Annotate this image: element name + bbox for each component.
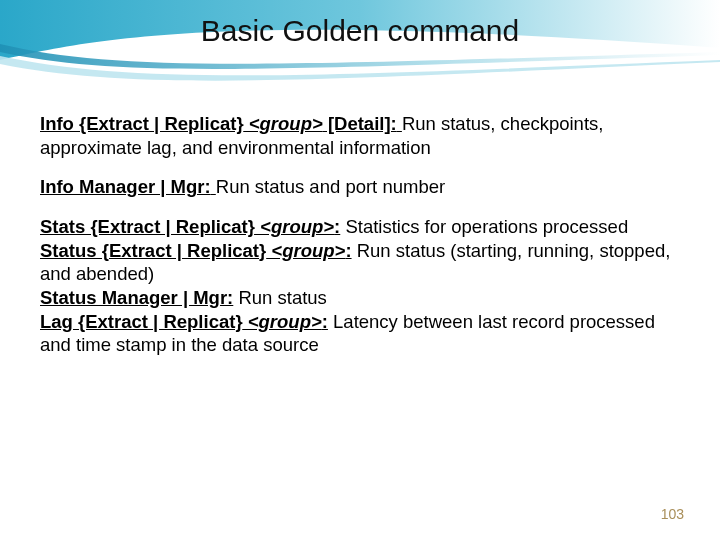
- cmd-name: Lag {Extract | Replicat}: [40, 311, 243, 332]
- cmd-group: <group>: [266, 240, 345, 261]
- command-line: Lag {Extract | Replicat} <group>: Latenc…: [40, 310, 680, 357]
- cmd-group: <group>: [244, 113, 323, 134]
- cmd-desc: Run status and port number: [216, 176, 445, 197]
- command-block: Info Manager | Mgr: Run status and port …: [40, 175, 680, 199]
- command-block: Info {Extract | Replicat} <group> [Detai…: [40, 112, 680, 159]
- command-line: Status Manager | Mgr: Run status: [40, 286, 680, 310]
- cmd-group: <group>: [243, 311, 322, 332]
- cmd-name: Stats {Extract | Replicat}: [40, 216, 255, 237]
- cmd-group: <group>: [255, 216, 334, 237]
- cmd-name: Status {Extract | Replicat}: [40, 240, 266, 261]
- command-line: Stats {Extract | Replicat} <group>: Stat…: [40, 215, 680, 239]
- slide-body: Info {Extract | Replicat} <group> [Detai…: [40, 112, 680, 373]
- cmd-post: [Detail]:: [323, 113, 397, 134]
- cmd-desc: Statistics for operations processed: [340, 216, 628, 237]
- command-block: Stats {Extract | Replicat} <group>: Stat…: [40, 215, 680, 357]
- cmd-name: Info Manager | Mgr:: [40, 176, 211, 197]
- command-line: Status {Extract | Replicat} <group>: Run…: [40, 239, 680, 286]
- slide-title: Basic Golden command: [0, 14, 720, 48]
- cmd-name: Info {Extract | Replicat}: [40, 113, 244, 134]
- cmd-desc: Run status: [233, 287, 327, 308]
- page-number: 103: [661, 506, 684, 522]
- cmd-name: Status Manager | Mgr:: [40, 287, 233, 308]
